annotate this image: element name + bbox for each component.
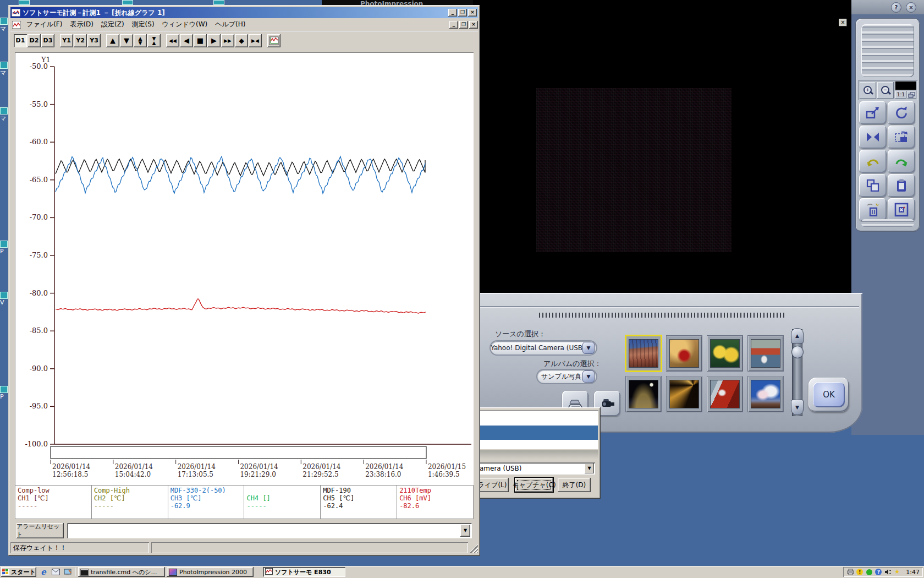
device-combobox[interactable]: amera (USB): [477, 462, 595, 475]
resize-grip[interactable]: [470, 542, 478, 553]
menu-item[interactable]: ヘルプ(H): [211, 19, 249, 30]
y-tick-label: -80.0: [17, 289, 48, 297]
scroll-down-button[interactable]: ▼: [120, 34, 133, 47]
menu-item[interactable]: ウィンドウ(W): [158, 19, 212, 30]
preview-close-icon[interactable]: ×: [839, 19, 847, 26]
compress-scale-button[interactable]: ▼▲: [147, 34, 161, 47]
capture-button[interactable]: キャプチャ(C): [515, 478, 553, 492]
thumbnail-frame[interactable]: [707, 336, 743, 371]
flip-horizontal-button[interactable]: [859, 126, 887, 149]
stop-button[interactable]: ■: [194, 34, 207, 47]
resize-button[interactable]: [859, 101, 887, 124]
task-button[interactable]: ソフトサーモ E830: [263, 567, 345, 577]
alarm-combobox[interactable]: ▼: [67, 523, 472, 538]
thumbnail-frame[interactable]: [626, 377, 661, 412]
axis-button-y1[interactable]: Y1: [60, 34, 73, 47]
panel-grip[interactable]: [861, 24, 914, 77]
mdi-restore-button[interactable]: ❐: [459, 21, 468, 29]
expand-scale-button[interactable]: ▲▼: [134, 34, 147, 47]
thumbnail-frame[interactable]: [748, 336, 783, 371]
show-desktop-icon[interactable]: [63, 567, 73, 577]
data-view-button-d1[interactable]: D1: [14, 34, 27, 47]
chevron-down-icon[interactable]: ▼: [585, 464, 594, 473]
start-button[interactable]: スタート: [1, 567, 36, 577]
thumbnail-frame[interactable]: [667, 377, 702, 412]
scroll-down-button[interactable]: ▼: [791, 400, 804, 415]
copy-button[interactable]: [859, 174, 887, 197]
task-button[interactable]: transfile.cmd へのショート...: [78, 567, 165, 577]
actual-size-button[interactable]: 1:1: [895, 91, 906, 99]
thumbnail-frame[interactable]: [707, 377, 743, 412]
help-icon[interactable]: ?: [875, 568, 882, 576]
axis-button-y3[interactable]: Y3: [87, 34, 101, 47]
graph-settings-button[interactable]: [267, 34, 280, 47]
live-button[interactable]: ライブ(L): [476, 478, 509, 492]
crop-rotate-button[interactable]: [888, 126, 915, 149]
menu-item[interactable]: 設定(Z): [97, 19, 128, 30]
rewind-button[interactable]: ◀◀: [166, 34, 179, 47]
scrollbar-thumb[interactable]: [791, 346, 804, 358]
step-forward-button[interactable]: ▶: [207, 34, 221, 47]
source-select-dropdown[interactable]: Yahoo! Digital Camera (USB) ▼: [490, 340, 597, 356]
undo-button[interactable]: [859, 150, 887, 173]
alarm-reset-button[interactable]: アラームリセット: [16, 523, 64, 538]
scroll-up-button[interactable]: ▲: [791, 328, 804, 343]
thumbnail-sky-clouds[interactable]: [751, 380, 780, 408]
mdi-close-button[interactable]: ×: [469, 21, 478, 29]
thumbnail-golden-light-fan[interactable]: [669, 380, 699, 408]
thumbnail-yellow-flowers[interactable]: [710, 339, 740, 368]
title-bar[interactable]: ソフトサーモ計測－計測1 － [折れ線グラフ 1] _ ❐ ×: [10, 7, 478, 18]
printer-icon[interactable]: [846, 568, 854, 576]
jump-end-button[interactable]: ▶◀: [249, 34, 262, 47]
close-button[interactable]: ×: [906, 2, 916, 13]
thumbnail-red-ship-lighthouse[interactable]: [710, 380, 740, 408]
thumbnail-frame[interactable]: [667, 336, 702, 371]
alert-icon[interactable]: !: [856, 568, 864, 576]
help-button[interactable]: ?: [891, 2, 901, 13]
task-button[interactable]: PhotoImpression 2000: [167, 567, 254, 577]
zoom-in-button[interactable]: +: [860, 82, 876, 99]
desktop-icon: [0, 241, 8, 248]
data-view-button-d3[interactable]: D3: [41, 34, 54, 47]
speaker-icon[interactable]: [884, 568, 892, 576]
menu-item[interactable]: ファイル(F): [23, 19, 66, 30]
menu-item[interactable]: 測定(S): [128, 19, 158, 30]
data-view-button-d2[interactable]: D2: [28, 34, 41, 47]
mdi-minimize-button[interactable]: _: [449, 21, 458, 29]
axis-button-y2[interactable]: Y2: [74, 34, 87, 47]
chevron-down-icon[interactable]: ▼: [582, 370, 595, 383]
thumbnail-cardinal-bird[interactable]: [669, 339, 699, 368]
zoom-out-button[interactable]: −: [877, 82, 894, 99]
minimize-button[interactable]: _: [448, 9, 457, 17]
internet-explorer-icon[interactable]: e: [38, 567, 48, 577]
restore-button[interactable]: ❐: [458, 9, 467, 17]
paste-icon: [894, 178, 909, 193]
chevron-down-icon[interactable]: ▼: [582, 342, 595, 354]
exit-button[interactable]: 終了(D): [558, 478, 591, 492]
thumbnail-frame[interactable]: [626, 336, 661, 371]
delete-button[interactable]: [859, 198, 887, 221]
thumbnail-night-skyline[interactable]: [629, 380, 658, 408]
selected-device-row[interactable]: [476, 426, 598, 440]
star-icon[interactable]: ★: [893, 568, 901, 576]
cascade-button[interactable]: [908, 91, 916, 99]
close-button[interactable]: ×: [468, 9, 477, 17]
center-button[interactable]: ◆: [235, 34, 248, 47]
step-back-button[interactable]: ◀: [180, 34, 193, 47]
thumbnail-frame[interactable]: [748, 377, 783, 412]
scroll-up-button[interactable]: ▲: [106, 34, 119, 47]
redo-button[interactable]: [888, 150, 915, 173]
fast-forward-button[interactable]: ▶▶: [221, 34, 234, 47]
outlook-icon[interactable]: [51, 567, 61, 577]
rotate-button[interactable]: [888, 101, 915, 124]
album-select-dropdown[interactable]: サンプル写真 ▼: [536, 369, 597, 384]
chevron-down-icon[interactable]: ▼: [460, 525, 470, 537]
status-green-icon[interactable]: [865, 568, 873, 576]
paste-button[interactable]: [888, 174, 915, 197]
thumbnail-harbor-town[interactable]: [751, 339, 780, 368]
frame-remove-button[interactable]: [888, 198, 915, 221]
menu-item[interactable]: 表示(D): [66, 19, 97, 30]
ok-button[interactable]: OK: [809, 378, 849, 412]
capture-device-list[interactable]: [476, 410, 598, 450]
thumbnail-red-rock-spires[interactable]: [629, 339, 658, 368]
